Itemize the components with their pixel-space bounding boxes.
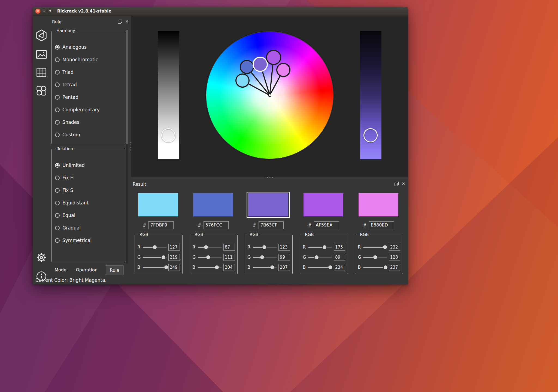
brightness-bar-handle[interactable] [161, 128, 175, 142]
value-b[interactable]: 204 [223, 264, 235, 271]
color-wheel[interactable] [206, 31, 334, 159]
slider-b[interactable] [198, 265, 222, 270]
float-panel-icon[interactable] [118, 20, 122, 24]
value-b[interactable]: 237 [389, 264, 400, 271]
tab-operation[interactable]: Operation [75, 265, 98, 275]
radio-equidistant[interactable]: Equidistant [52, 197, 125, 209]
sidebar-item-grid[interactable] [34, 65, 48, 79]
value-b[interactable]: 207 [278, 264, 290, 271]
radio-monochromatic[interactable]: Monochromatic [52, 53, 125, 66]
tab-mode[interactable]: Mode [54, 265, 67, 275]
slider-r[interactable] [308, 245, 332, 250]
maximize-button[interactable] [47, 8, 53, 14]
slider-r[interactable] [253, 245, 277, 250]
slider-handle[interactable] [206, 255, 210, 259]
float-panel-icon[interactable] [395, 182, 399, 186]
value-r[interactable]: 123 [278, 244, 290, 251]
slider-r[interactable] [363, 245, 387, 250]
slider-handle[interactable] [270, 265, 274, 270]
slider-g[interactable] [308, 255, 332, 260]
hex-input-3[interactable]: 7B63CF [259, 221, 284, 229]
slider-g[interactable] [143, 255, 167, 260]
radio-shades[interactable]: Shades [52, 116, 125, 128]
value-r[interactable]: 87 [223, 244, 235, 251]
radio-fix-h[interactable]: Fix H [52, 171, 125, 184]
tab-rule[interactable]: Rule [106, 265, 123, 275]
shade-bar-handle[interactable] [363, 128, 378, 142]
slider-handle[interactable] [204, 245, 208, 249]
slider-handle[interactable] [153, 245, 157, 249]
slider-r[interactable] [143, 245, 167, 250]
scrollbar-handle[interactable] [126, 30, 128, 144]
color-swatch-3[interactable] [248, 193, 288, 216]
value-g[interactable]: 99 [278, 254, 290, 261]
radio-gradual[interactable]: Gradual [52, 222, 125, 234]
radio-symmetrical[interactable]: Symmetrical [52, 234, 125, 247]
slider-b[interactable] [253, 265, 277, 270]
value-r[interactable]: 175 [334, 244, 345, 251]
value-g[interactable]: 89 [334, 254, 345, 261]
titlebar[interactable]: ✕ Rickrack v2.8.41-stable [33, 7, 408, 16]
slider-handle[interactable] [383, 265, 388, 270]
color-swatch-4[interactable] [304, 193, 343, 216]
slider-handle[interactable] [260, 255, 264, 259]
horizontal-splitter-handle[interactable] [266, 177, 275, 178]
value-b[interactable]: 249 [168, 264, 180, 271]
sidebar-item-logo[interactable] [34, 28, 48, 42]
slider-g[interactable] [198, 255, 222, 260]
slider-r[interactable] [198, 245, 222, 250]
rgb-group: RGB R123 G99 B207 [245, 235, 293, 274]
radio-complementary[interactable]: Complementary [52, 103, 125, 116]
hex-input-1[interactable]: 7FDBF9 [148, 221, 174, 229]
shade-bar[interactable] [360, 31, 381, 159]
minimize-button[interactable] [41, 8, 47, 14]
close-panel-icon[interactable]: ✕ [402, 182, 405, 186]
close-button[interactable]: ✕ [35, 8, 41, 14]
color-swatch-5[interactable] [359, 193, 398, 216]
hex-input-2[interactable]: 576FCC [204, 221, 229, 229]
slider-handle[interactable] [383, 245, 387, 249]
brightness-bar[interactable] [158, 31, 179, 159]
slider-g[interactable] [363, 255, 387, 260]
radio-analogous[interactable]: Analogous [52, 41, 125, 53]
value-r[interactable]: 232 [389, 244, 400, 251]
slider-handle[interactable] [262, 245, 266, 249]
slider-handle[interactable] [164, 265, 168, 270]
sidebar-item-settings[interactable] [34, 250, 48, 265]
sidebar-item-board[interactable] [34, 84, 48, 98]
radio-pentad[interactable]: Pentad [52, 91, 125, 103]
color-swatch-2[interactable] [193, 193, 233, 216]
value-g[interactable]: 111 [223, 254, 235, 261]
radio-tetrad[interactable]: Tetrad [52, 78, 125, 91]
slider-handle[interactable] [314, 255, 319, 259]
radio-fix-s[interactable]: Fix S [52, 184, 125, 197]
slider-handle[interactable] [328, 265, 332, 270]
slider-b[interactable] [308, 265, 332, 270]
value-g[interactable]: 219 [168, 254, 180, 261]
slider-handle[interactable] [373, 255, 377, 259]
color-swatch-1[interactable] [138, 193, 178, 216]
radio-unlimited[interactable]: Unlimited [52, 159, 125, 171]
radio-custom[interactable]: Custom [52, 128, 125, 141]
slider-b[interactable] [143, 265, 167, 270]
window-title: Rickrack v2.8.41-stable [57, 7, 111, 16]
value-g[interactable]: 128 [389, 254, 400, 261]
radio-triad[interactable]: Triad [52, 66, 125, 78]
hex-input-5[interactable]: E880ED [369, 221, 394, 229]
close-panel-icon[interactable]: ✕ [125, 20, 129, 24]
slider-handle[interactable] [215, 265, 219, 270]
value-b[interactable]: 234 [334, 264, 345, 271]
slider-g[interactable] [253, 255, 277, 260]
channel-label-b: B [303, 265, 307, 270]
channel-label-r: R [358, 244, 362, 250]
grid-icon [35, 66, 47, 78]
radio-equal[interactable]: Equal [52, 209, 125, 222]
slider-b[interactable] [363, 265, 387, 270]
slider-handle[interactable] [161, 255, 166, 259]
vertical-splitter-handle[interactable] [131, 142, 131, 152]
rule-scrollbar[interactable] [126, 29, 128, 264]
sidebar-item-image[interactable] [34, 47, 48, 62]
slider-handle[interactable] [322, 245, 327, 249]
hex-input-4[interactable]: AF59EA [314, 221, 339, 229]
value-r[interactable]: 127 [168, 244, 180, 251]
